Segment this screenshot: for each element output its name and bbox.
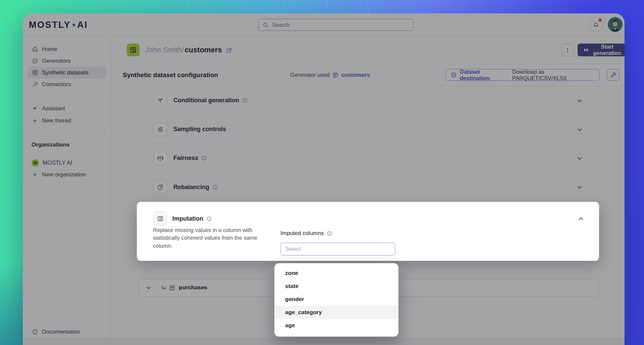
dropdown-option-age-category[interactable]: age_category (274, 306, 398, 319)
imputation-icon (154, 212, 167, 225)
imputed-columns-label-row: Imputed columns (280, 230, 332, 237)
dropdown-option-state[interactable]: state (274, 280, 398, 293)
imputed-columns-select[interactable] (280, 243, 395, 255)
imputed-columns-input[interactable] (281, 246, 395, 252)
imputation-title: Imputation (172, 215, 203, 222)
dropdown-option-age[interactable]: age (274, 319, 398, 332)
dropdown-option-gender[interactable]: gender (274, 293, 398, 306)
info-icon[interactable] (206, 216, 212, 222)
info-icon[interactable] (327, 231, 332, 236)
chevron-up-icon[interactable] (577, 215, 585, 223)
imputed-columns-dropdown: zone state gender age_category age (274, 263, 398, 337)
dropdown-option-zone[interactable]: zone (274, 267, 398, 280)
section-imputation-expanded: Imputation Replace missing values in a c… (137, 202, 599, 261)
app-window: MOSTLY AI (23, 13, 625, 345)
imputation-description: Replace missing values in a column with … (153, 226, 258, 250)
imputation-header[interactable]: Imputation (154, 212, 212, 225)
imputed-columns-label: Imputed columns (280, 230, 324, 237)
